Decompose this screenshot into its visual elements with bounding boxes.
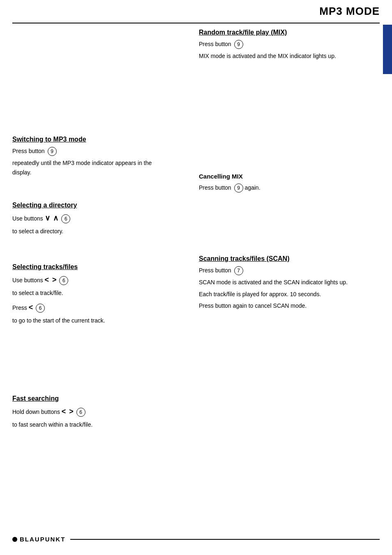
cancelling-body: Press button 9 again. — [199, 183, 371, 193]
random-line-1: Press button 9 — [199, 39, 371, 49]
fast-symbol-next: > — [69, 407, 74, 416]
selecting-tracks-button-num-2: 6 — [36, 304, 45, 313]
selecting-tracks-body: Use buttons < > 6 to select a track/file… — [12, 274, 168, 325]
cancelling-button-num: 9 — [234, 183, 243, 193]
blaupunkt-logo: BLAUPUNKT — [12, 536, 65, 543]
scanning-line-3: Each track/file is played for approx. 10… — [199, 290, 371, 299]
scanning-body: Press button 7 SCAN mode is activated an… — [199, 266, 371, 310]
section-cancelling: Cancelling MIX Press button 9 again. — [199, 173, 371, 200]
switching-body: Press button 9 repeatedly until the MP3 … — [12, 146, 168, 177]
page: MP3 MODE Random track/file play (MIX) Pr… — [0, 0, 392, 555]
section-selecting-tracks: Selecting tracks/files Use buttons < > 6… — [12, 263, 168, 332]
fast-symbol-prev: < — [62, 407, 66, 416]
scanning-heading: Scanning tracks/files (SCAN) — [199, 255, 290, 262]
selecting-dir-heading: Selecting a directory — [12, 202, 77, 209]
section-selecting-dir: Selecting a directory Use buttons ∨ ∧ 6 … — [12, 202, 168, 243]
dir-symbol-up: ∧ — [53, 214, 58, 222]
selecting-dir-line-1: Use buttons ∨ ∧ 6 — [12, 212, 168, 224]
page-title: MP3 MODE — [319, 5, 380, 18]
switching-line-1: Press button 9 — [12, 146, 168, 156]
selecting-dir-body: Use buttons ∨ ∧ 6 to select a directory. — [12, 212, 168, 236]
track-symbol-prev: < — [45, 276, 49, 284]
selecting-dir-button-num: 6 — [61, 214, 70, 223]
track-symbol-next: > — [52, 276, 57, 284]
section-random: Random track/file play (MIX) Press butto… — [199, 29, 371, 68]
switching-line-2: repeatedly until the MP3 mode indicator … — [12, 158, 168, 177]
top-rule — [12, 23, 380, 23]
switching-heading: Switching to MP3 mode — [12, 136, 86, 143]
section-fast-searching: Fast searching Hold down buttons < > 6 t… — [12, 395, 168, 437]
selecting-tracks-line-2: to select a track/file. — [12, 288, 168, 297]
fast-searching-body: Hold down buttons < > 6 to fast search w… — [12, 406, 168, 429]
section-scanning: Scanning tracks/files (SCAN) Press butto… — [199, 255, 371, 318]
side-bar — [383, 25, 392, 74]
scanning-line-1: Press button 7 — [199, 266, 371, 275]
dir-symbol-down: ∨ — [45, 214, 50, 222]
fast-searching-line-1: Hold down buttons < > 6 — [12, 406, 168, 418]
selecting-tracks-line-3: Press < 6 — [12, 302, 168, 313]
selecting-tracks-line-1: Use buttons < > 6 — [12, 274, 168, 286]
bottom-rule — [70, 539, 380, 540]
scanning-line-4: Press button again to cancel SCAN mode. — [199, 301, 371, 310]
bottom-area: BLAUPUNKT — [12, 536, 380, 543]
selecting-tracks-heading: Selecting tracks/files — [12, 263, 78, 271]
scanning-button-num: 7 — [234, 266, 243, 275]
cancelling-line-1: Press button 9 again. — [199, 183, 371, 193]
selecting-dir-line-2: to select a directory. — [12, 227, 168, 236]
fast-searching-heading: Fast searching — [12, 395, 59, 402]
cancelling-heading: Cancelling MIX — [199, 173, 371, 180]
random-line-2: MIX mode is activated and the MIX indica… — [199, 51, 371, 60]
fast-searching-line-2: to fast search within a track/file. — [12, 420, 168, 429]
selecting-tracks-button-num-1: 6 — [59, 276, 68, 285]
logo-text: BLAUPUNKT — [20, 536, 65, 543]
random-button-num: 9 — [234, 40, 243, 49]
scanning-line-2: SCAN mode is activated and the SCAN indi… — [199, 278, 371, 287]
fast-searching-button-num: 6 — [76, 408, 85, 417]
logo-dot — [12, 537, 17, 542]
random-heading: Random track/file play (MIX) — [199, 29, 287, 36]
section-switching: Switching to MP3 mode Press button 9 rep… — [12, 136, 168, 184]
selecting-tracks-line-4: to go to the start of the current track. — [12, 316, 168, 325]
random-body: Press button 9 MIX mode is activated and… — [199, 39, 371, 61]
track-symbol-back: < — [29, 303, 33, 311]
switching-button-num: 9 — [48, 147, 57, 156]
